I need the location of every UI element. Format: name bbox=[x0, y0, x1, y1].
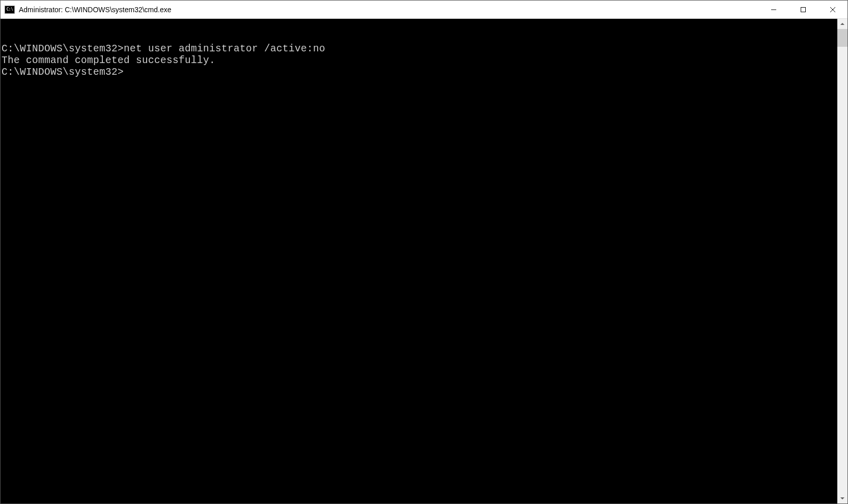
close-button[interactable] bbox=[818, 1, 847, 18]
window-controls bbox=[759, 1, 847, 18]
maximize-icon bbox=[800, 7, 806, 13]
vertical-scrollbar[interactable] bbox=[837, 19, 847, 503]
chevron-down-icon bbox=[840, 496, 845, 501]
output-line-1: The command completed successfully. bbox=[2, 55, 837, 67]
maximize-button[interactable] bbox=[788, 1, 818, 18]
scroll-down-button[interactable] bbox=[837, 493, 847, 503]
cmd-window: C:\ Administrator: C:\WINDOWS\system32\c… bbox=[0, 0, 848, 504]
command-1: net user administrator /active:no bbox=[124, 43, 325, 55]
scroll-thumb[interactable] bbox=[837, 29, 847, 47]
close-icon bbox=[830, 7, 836, 13]
terminal-output[interactable]: C:\WINDOWS\system32>net user administrat… bbox=[1, 19, 837, 503]
minimize-icon bbox=[771, 7, 777, 13]
minimize-button[interactable] bbox=[759, 1, 788, 18]
scroll-track[interactable] bbox=[837, 29, 847, 493]
prompt-1: C:\WINDOWS\system32> bbox=[2, 43, 124, 55]
content-area: C:\WINDOWS\system32>net user administrat… bbox=[1, 19, 847, 503]
scroll-up-button[interactable] bbox=[837, 19, 847, 29]
svg-rect-1 bbox=[801, 7, 806, 12]
cmd-icon: C:\ bbox=[5, 6, 15, 14]
window-title: Administrator: C:\WINDOWS\system32\cmd.e… bbox=[19, 6, 759, 14]
prompt-2: C:\WINDOWS\system32> bbox=[2, 67, 124, 78]
cmd-icon-text: C:\ bbox=[7, 7, 13, 12]
titlebar[interactable]: C:\ Administrator: C:\WINDOWS\system32\c… bbox=[1, 1, 847, 19]
chevron-up-icon bbox=[840, 21, 845, 26]
